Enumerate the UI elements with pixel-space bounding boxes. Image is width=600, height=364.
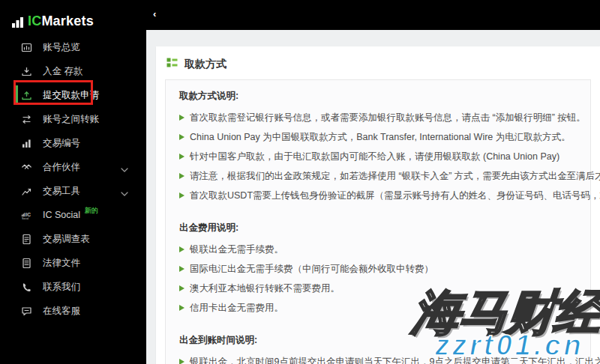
bullet-arrow-icon <box>179 134 184 140</box>
survey-icon <box>21 234 32 245</box>
bullet-arrow-icon <box>179 285 184 291</box>
icsocial-icon: ICSocial <box>21 210 32 221</box>
bullet-arrow-icon <box>179 266 184 272</box>
bullet-text: China Union Pay 为中国银联取款方式，Bank Transfer,… <box>190 132 571 143</box>
sidebar-item-live-chat[interactable]: 在线客服 <box>0 299 146 323</box>
bullet-text: 首次取款需登记银行账号信息，或者需要添加银行取款账号信息，请点击 “添加银行明细… <box>190 112 586 124</box>
instruction-section: 出金到账时间说明:银联出金，北京时间9点前提交出金申请则当天下午汇出，9点之后提… <box>179 334 577 364</box>
sidebar-item-trading-tools[interactable]: 交易工具 <box>0 179 146 203</box>
sidebar-item-label: IC Social <box>43 210 80 220</box>
bullet-item: 首次取款需登记银行账号信息，或者需要添加银行取款账号信息，请点击 “添加银行明细… <box>179 112 577 124</box>
sidebar-item-transfer[interactable]: 账号之间转账 <box>0 107 146 131</box>
ic-markets-logo[interactable]: ICMarkets <box>0 0 146 32</box>
sidebar-item-ic-social[interactable]: ICSocialIC Social新的 <box>0 203 146 227</box>
livechat-icon <box>21 306 32 317</box>
sidebar-item-deposit[interactable]: 入金 存款 <box>0 59 146 83</box>
sidebar-item-trade-numbers[interactable]: 交易编号 <box>0 131 146 155</box>
sidebar-item-partners[interactable]: 合作伙伴 <box>0 155 146 179</box>
logo-bars-icon <box>12 15 25 28</box>
sidebar-item-withdraw-request[interactable]: 提交取款申请 <box>0 83 146 107</box>
sidebar-item-label: 合作伙伴 <box>43 161 80 174</box>
tools-icon <box>21 186 32 197</box>
bullet-arrow-icon <box>179 359 184 364</box>
bullet-item: 首次取款USDT需要上传钱包身份验证的截屏（需显示账号持有人的姓名、身份证号码、… <box>179 190 577 201</box>
svg-text:IC: IC <box>26 212 31 217</box>
bullet-arrow-icon <box>179 154 184 160</box>
sidebar-item-label: 入金 存款 <box>43 65 82 78</box>
sidebar-item-legal-documents[interactable]: 法律文件 <box>0 251 146 275</box>
transfer-icon <box>21 114 32 125</box>
sidebar-item-trade-survey[interactable]: 交易调查表 <box>0 227 146 251</box>
bullet-item: 请注意，根据我们的出金政策规定，如若选择使用 “银联卡入金” 方式，需要先由该方… <box>179 171 577 182</box>
section-heading: 出金费用说明: <box>179 222 577 234</box>
legal-icon <box>21 258 32 269</box>
bullet-text: 针对中国客户取款，由于电汇取款国内可能不给入账，请使用银联取款 (China U… <box>190 151 560 163</box>
sidebar-item-contact-us[interactable]: 联系我们 <box>0 275 146 299</box>
overview-icon <box>21 42 32 53</box>
section-heading: 取款方式说明: <box>179 90 577 103</box>
bullet-item: 澳大利亚本地银行转账不需要费用。 <box>179 283 577 294</box>
bullet-text: 银联出金无需手续费。 <box>190 244 284 255</box>
sidebar-item-label: 法律文件 <box>43 257 80 270</box>
bullet-item: 针对中国客户取款，由于电汇取款国内可能不给入账，请使用银联取款 (China U… <box>179 151 577 163</box>
top-bar: ‹ <box>146 0 600 30</box>
bullet-item: China Union Pay 为中国银联取款方式，Bank Transfer,… <box>179 132 577 143</box>
bullet-arrow-icon <box>179 115 184 121</box>
list-icon <box>166 57 178 71</box>
bullet-arrow-icon <box>179 305 184 311</box>
bullet-text: 澳大利亚本地银行转账不需要费用。 <box>190 283 340 294</box>
instruction-section: 出金费用说明:银联出金无需手续费。国际电汇出金无需手续费（中间行可能会额外收取中… <box>179 222 577 314</box>
deposit-icon <box>21 66 32 77</box>
page-title: 取款方式 <box>184 58 226 71</box>
sidebar-item-label: 提交取款申请 <box>43 89 99 102</box>
bullet-item: 国际电汇出金无需手续费（中间行可能会额外收取中转费） <box>179 264 577 275</box>
bullet-arrow-icon <box>179 192 184 198</box>
card-header: 取款方式 <box>156 46 600 79</box>
sidebar-item-label: 在线客服 <box>43 305 80 318</box>
bullet-text: 首次取款USDT需要上传钱包身份验证的截屏（需显示账号持有人的姓名、身份证号码、… <box>190 190 600 201</box>
bullet-text: 请注意，根据我们的出金政策规定，如若选择使用 “银联卡入金” 方式，需要先由该方… <box>190 171 600 182</box>
bullet-arrow-icon <box>179 173 184 179</box>
bullet-arrow-icon <box>179 246 184 252</box>
sidebar: ICMarkets 账号总览入金 存款提交取款申请账号之间转账交易编号合作伙伴交… <box>0 0 146 364</box>
sidebar-item-label: 联系我们 <box>43 281 80 294</box>
chevron-down-icon <box>121 188 128 198</box>
sidebar-item-label: 账号之间转账 <box>43 113 99 126</box>
collapse-sidebar-icon[interactable]: ‹ <box>153 9 156 19</box>
bullet-text: 信用卡出金无需费用。 <box>190 303 284 314</box>
sidebar-item-label: 交易调查表 <box>43 233 90 246</box>
bullet-item: 银联出金无需手续费。 <box>179 244 577 255</box>
bullet-item: 信用卡出金无需费用。 <box>179 303 577 314</box>
partners-icon <box>21 162 32 173</box>
bullet-item: 银联出金，北京时间9点前提交出金申请则当天下午汇出，9点之后提交申请第二天下午汇… <box>179 357 577 364</box>
bullet-text: 国际电汇出金无需手续费（中间行可能会额外收取中转费） <box>190 264 434 275</box>
instructions-panel: 取款方式说明:首次取款需登记银行账号信息，或者需要添加银行取款账号信息，请点击 … <box>165 79 591 364</box>
trades-icon <box>21 138 32 149</box>
new-badge: 新的 <box>85 206 98 216</box>
section-heading: 出金到账时间说明: <box>179 334 577 347</box>
content-area: 取款方式 取款方式说明:首次取款需登记银行账号信息，或者需要添加银行取款账号信息… <box>146 30 600 364</box>
sidebar-nav: 账号总览入金 存款提交取款申请账号之间转账交易编号合作伙伴交易工具ICSocia… <box>0 35 146 323</box>
sidebar-item-label: 交易编号 <box>43 137 80 150</box>
chevron-down-icon <box>121 164 128 175</box>
bullet-text: 银联出金，北京时间9点前提交出金申请则当天下午汇出，9点之后提交申请第二天下午汇… <box>190 357 600 364</box>
instruction-section: 取款方式说明:首次取款需登记银行账号信息，或者需要添加银行取款账号信息，请点击 … <box>179 90 577 201</box>
sidebar-item-label: 账号总览 <box>43 41 80 54</box>
sidebar-item-label: 交易工具 <box>43 185 80 198</box>
svg-text:Social: Social <box>22 217 28 220</box>
withdraw-icon <box>21 90 32 101</box>
contact-icon <box>21 282 32 293</box>
logo-text: ICMarkets <box>28 13 94 29</box>
sidebar-item-account-overview[interactable]: 账号总览 <box>0 35 146 59</box>
withdrawal-methods-card: 取款方式 取款方式说明:首次取款需登记银行账号信息，或者需要添加银行取款账号信息… <box>156 46 600 364</box>
